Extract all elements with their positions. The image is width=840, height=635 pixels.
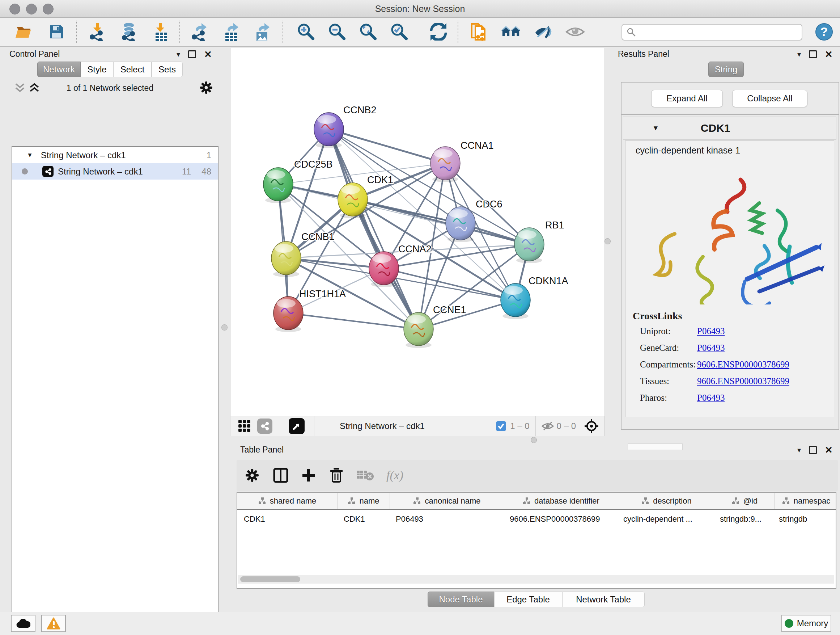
show-all-eye-icon[interactable]	[565, 22, 585, 42]
export-table-icon[interactable]	[221, 22, 242, 42]
tab-network[interactable]: Network	[37, 62, 81, 77]
table-h-scrollbar[interactable]	[238, 575, 834, 584]
network-collection-row[interactable]: ▼ String Network – cdk1 1	[12, 147, 218, 163]
tab-edge-table[interactable]: Edge Table	[494, 592, 562, 607]
memory-button[interactable]: Memory	[782, 615, 831, 632]
column-header--id[interactable]: @id	[715, 493, 775, 509]
export-image-icon[interactable]	[253, 22, 273, 42]
column-header-database-identifier[interactable]: database identifier	[504, 493, 618, 509]
panel-float-icon[interactable]	[809, 446, 817, 454]
hide-selected-eye-icon[interactable]	[533, 22, 554, 42]
panel-float-icon[interactable]	[809, 50, 817, 58]
tab-select[interactable]: Select	[113, 62, 152, 77]
panel-close-icon[interactable]: ✕	[204, 51, 212, 57]
scrollbar-thumb[interactable]	[240, 576, 300, 582]
network-node-CCNA1[interactable]: CCNA1	[431, 140, 494, 182]
table-cell[interactable]: CDK1	[337, 510, 389, 529]
network-options-gear-icon[interactable]	[200, 81, 213, 94]
tab-node-table[interactable]: Node Table	[428, 592, 494, 607]
panel-close-icon[interactable]: ✕	[825, 51, 833, 57]
table-settings-gear-icon[interactable]	[245, 469, 259, 482]
search-input[interactable]	[639, 27, 792, 37]
network-canvas[interactable]: CCNB2CCNA1CDC25BCDK1CDC6RB1CCNB1CCNA2CDK…	[230, 48, 604, 416]
import-table-icon[interactable]	[151, 22, 172, 42]
network-node-CDKN1A[interactable]: CDKN1A	[501, 276, 568, 319]
toolbar-separator	[283, 21, 283, 43]
table-row[interactable]: CDK1CDK1P064939606.ENSP00000378699cyclin…	[237, 510, 836, 529]
column-header-description[interactable]: description	[618, 493, 715, 509]
column-header-name[interactable]: name	[338, 493, 390, 509]
cloud-button[interactable]	[11, 615, 35, 632]
tab-style[interactable]: Style	[81, 62, 113, 77]
crosslink-label: Compartments:	[640, 359, 696, 370]
section-collapse-icon[interactable]: ▼	[652, 124, 659, 132]
delete-table-icon[interactable]	[357, 469, 374, 481]
table-cell[interactable]: stringdb	[772, 510, 836, 529]
column-header-namespac[interactable]: namespac	[775, 493, 838, 509]
table-cell[interactable]: P06493	[389, 510, 503, 529]
fit-selected-crosshair-icon[interactable]	[584, 418, 599, 434]
string-view-icon[interactable]	[257, 418, 272, 434]
tab-string[interactable]: String	[708, 62, 744, 77]
panel-menu-icon[interactable]: ▾	[797, 50, 801, 59]
network-node-HIST1H1A[interactable]: HIST1H1A	[273, 288, 346, 332]
tab-network-table[interactable]: Network Table	[562, 592, 645, 607]
selected-checkbox-icon	[496, 421, 507, 432]
network-node-CDC25B[interactable]: CDC25B	[264, 159, 333, 203]
function-builder-icon[interactable]: f(x)	[386, 469, 403, 482]
import-network-file-icon[interactable]	[88, 22, 108, 42]
node-table[interactable]: shared namenamecanonical namedatabase id…	[237, 492, 836, 589]
homes-icon[interactable]	[501, 22, 521, 42]
gene-description: cyclin-dependent kinase 1	[636, 145, 740, 156]
expand-all-button[interactable]: Expand All	[651, 90, 723, 107]
network-node-CCNE1[interactable]: CCNE1	[404, 304, 466, 348]
birds-eye-view-icon[interactable]	[289, 418, 305, 434]
panel-float-icon[interactable]	[188, 50, 196, 58]
main-toolbar: ?	[0, 18, 840, 47]
crosslink-link[interactable]: 9606.ENSP00000378699	[697, 359, 789, 370]
open-folder-icon[interactable]	[14, 22, 34, 42]
column-header-label: shared name	[270, 496, 316, 506]
table-cell[interactable]: cyclin-dependent ...	[617, 510, 714, 529]
add-column-icon[interactable]	[301, 468, 316, 483]
column-header-canonical-name[interactable]: canonical name	[390, 493, 504, 509]
export-network-icon[interactable]	[189, 22, 210, 42]
network-node-RB1[interactable]: RB1	[515, 220, 564, 263]
show-columns-icon[interactable]	[273, 467, 289, 483]
bottom-divider-handle[interactable]	[531, 437, 537, 443]
search-field[interactable]	[622, 24, 802, 41]
right-divider-handle[interactable]	[605, 238, 611, 244]
zoom-in-icon[interactable]	[296, 22, 316, 42]
network-node-CCNB1[interactable]: CCNB1	[271, 231, 335, 277]
crosslink-link[interactable]: P06493	[697, 326, 725, 336]
crosslink-link[interactable]: P06493	[697, 393, 725, 403]
table-cell[interactable]: CDK1	[237, 510, 337, 529]
tree-expand-icon[interactable]: ▼	[27, 152, 33, 159]
zoom-out-icon[interactable]	[327, 22, 347, 42]
table-toolbar: f(x)	[237, 460, 838, 491]
gene-section-header[interactable]: ▼ CDK1	[623, 117, 836, 140]
panel-menu-icon[interactable]: ▾	[797, 446, 801, 454]
grid-view-icon[interactable]	[238, 420, 251, 432]
delete-column-trash-icon[interactable]	[329, 467, 344, 483]
crosslink-link[interactable]: P06493	[697, 343, 725, 353]
left-divider-handle[interactable]	[221, 325, 227, 331]
warning-button[interactable]	[41, 615, 66, 632]
panel-menu-icon[interactable]: ▾	[177, 50, 180, 59]
refresh-icon[interactable]	[428, 22, 448, 42]
panel-close-icon[interactable]: ✕	[825, 447, 833, 453]
save-icon[interactable]	[46, 22, 66, 42]
collapse-all-button[interactable]: Collapse All	[732, 90, 807, 107]
string-network-graph[interactable]: CCNB2CCNA1CDC25BCDK1CDC6RB1CCNB1CCNA2CDK…	[231, 48, 604, 416]
import-network-database-icon[interactable]	[118, 22, 139, 42]
zoom-selected-icon[interactable]	[389, 22, 409, 42]
tab-sets[interactable]: Sets	[152, 62, 183, 77]
column-header-shared-name[interactable]: shared name	[237, 493, 338, 509]
table-cell[interactable]: 9606.ENSP00000378699	[503, 510, 617, 529]
help-icon[interactable]: ?	[814, 22, 834, 42]
table-cell[interactable]: stringdb:9...	[714, 510, 772, 529]
crosslink-link[interactable]: 9606.ENSP00000378699	[697, 376, 789, 386]
zoom-fit-icon[interactable]	[358, 22, 378, 42]
network-row-selected[interactable]: String Network – cdk1 11 48	[12, 163, 218, 180]
clone-network-icon[interactable]	[470, 22, 490, 42]
